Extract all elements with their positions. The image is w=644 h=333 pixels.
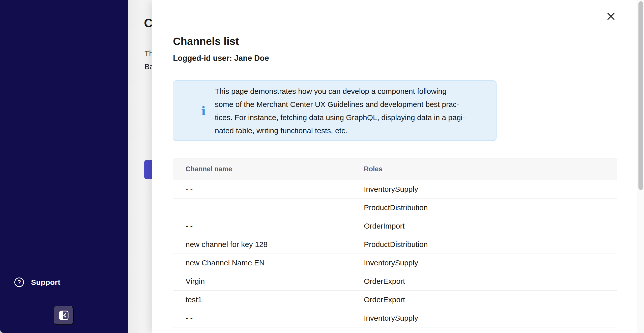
channel-role-cell: OrderImport (351, 222, 617, 230)
logged-in-user-subtitle: Logged-id user: Jane Doe (173, 54, 269, 63)
channel-name-cell: - - (173, 203, 351, 212)
column-header-roles: Roles (351, 165, 617, 173)
column-header-channel-name: Channel name (173, 165, 351, 173)
info-message-box: i This page demonstrates how you can dev… (173, 80, 496, 141)
table-row[interactable]: - - InventorySupply (173, 309, 617, 327)
help-icon: ? (14, 278, 24, 287)
close-modal-button[interactable] (604, 9, 618, 24)
channel-role-cell: OrderExport (351, 295, 617, 304)
channels-table: Channel name Roles - - InventorySupply -… (173, 158, 617, 333)
channel-role-cell: OrderExport (351, 277, 617, 286)
sidebar-item-support[interactable]: ? Support (14, 278, 60, 287)
support-label: Support (31, 278, 60, 287)
channel-name-cell: - - (173, 185, 351, 193)
page-title: Channels list (173, 35, 239, 47)
channel-name-cell: Virgin (173, 277, 351, 286)
collapse-sidebar-button[interactable] (54, 306, 74, 325)
background-page-title-fragment: C (144, 16, 153, 30)
info-icon: i (201, 105, 206, 117)
table-header-row: Channel name Roles (173, 158, 617, 180)
table-row[interactable]: new Channel Name EN InventorySupply (173, 254, 617, 272)
channel-name-cell: test1 (173, 295, 351, 304)
table-row[interactable]: new channel for key 128 ProductDistribut… (173, 235, 617, 254)
channel-role-cell: InventorySupply (351, 185, 617, 193)
info-message-text: This page demonstrates how you can devel… (215, 85, 465, 137)
channel-name-cell: - - (173, 314, 351, 322)
table-body: - - InventorySupply - - ProductDistribut… (173, 180, 617, 333)
channel-role-cell: ProductDistribution (351, 240, 617, 249)
sidebar-divider (7, 297, 121, 297)
vertical-scrollbar[interactable] (637, 0, 644, 333)
channels-modal: Channels list Logged-id user: Jane Doe i… (152, 0, 637, 333)
channel-role-cell: ProductDistribution (351, 203, 617, 212)
table-row[interactable]: - - OrderImport (173, 217, 617, 235)
table-row[interactable]: test1 OrderExport (173, 291, 617, 309)
table-row[interactable]: - - InventorySupply (173, 327, 617, 333)
app-window: C Th Ba ? Support (0, 0, 644, 333)
channel-role-cell: InventorySupply (351, 259, 617, 267)
table-row[interactable]: - - InventorySupply (173, 180, 617, 199)
scrollbar-thumb[interactable] (638, 1, 643, 190)
channel-name-cell: - - (173, 222, 351, 230)
channel-name-cell: new Channel Name EN (173, 259, 351, 267)
channel-role-cell: InventorySupply (351, 314, 617, 322)
close-icon (606, 12, 616, 21)
table-row[interactable]: Virgin OrderExport (173, 272, 617, 291)
table-row[interactable]: - - ProductDistribution (173, 199, 617, 217)
collapse-sidebar-icon (58, 310, 69, 321)
sidebar: ? Support (0, 0, 128, 333)
channel-name-cell: new channel for key 128 (173, 240, 351, 249)
